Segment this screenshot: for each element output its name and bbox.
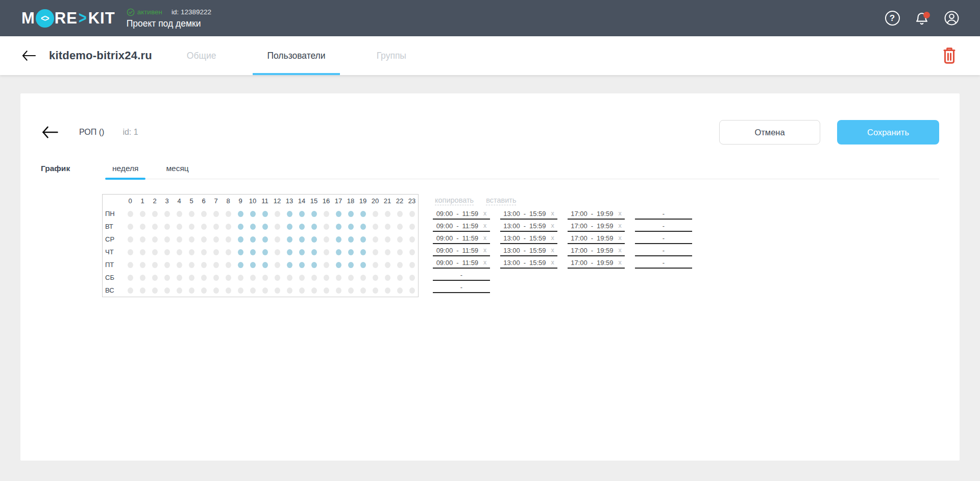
time-from[interactable]: 09:00 <box>436 259 453 267</box>
hour-dot[interactable] <box>360 262 366 268</box>
hour-dot[interactable] <box>360 287 366 294</box>
hour-dot[interactable] <box>275 249 280 255</box>
hour-dot[interactable] <box>140 287 145 294</box>
hour-dot[interactable] <box>201 224 207 230</box>
save-button[interactable]: Сохранить <box>837 120 939 145</box>
hour-dot[interactable] <box>336 262 341 268</box>
hour-dot[interactable] <box>201 275 207 281</box>
hour-dot[interactable] <box>152 287 158 294</box>
hour-dot[interactable] <box>409 262 415 268</box>
time-to[interactable]: 15:59 <box>529 247 546 254</box>
hour-dot[interactable] <box>299 236 305 243</box>
hour-dot[interactable] <box>373 224 378 230</box>
time-to[interactable]: 15:59 <box>529 222 546 230</box>
hour-dot[interactable] <box>164 211 170 217</box>
hour-dot[interactable] <box>213 262 219 268</box>
hour-dot[interactable] <box>226 236 231 243</box>
hour-dot[interactable] <box>164 224 170 230</box>
time-to[interactable]: 15:59 <box>529 210 546 218</box>
hour-dot[interactable] <box>299 211 305 217</box>
hour-dot[interactable] <box>348 287 354 294</box>
hour-dot[interactable] <box>226 275 231 281</box>
hour-dot[interactable] <box>262 249 268 255</box>
hour-dot[interactable] <box>152 262 158 268</box>
hour-dot[interactable] <box>201 262 207 268</box>
hour-dot[interactable] <box>226 211 231 217</box>
hour-dot[interactable] <box>238 275 243 281</box>
hour-dot[interactable] <box>324 262 329 268</box>
hour-dot[interactable] <box>385 249 390 255</box>
hour-dot[interactable] <box>140 262 145 268</box>
time-from[interactable]: 09:00 <box>436 234 453 242</box>
remove-slot-button[interactable]: x <box>551 234 554 242</box>
hour-dot[interactable] <box>201 211 207 217</box>
hour-dot[interactable] <box>189 211 194 217</box>
remove-slot-button[interactable]: x <box>483 210 486 217</box>
hour-dot[interactable] <box>177 211 182 217</box>
hour-dot[interactable] <box>164 249 170 255</box>
remove-slot-button[interactable]: x <box>483 222 486 229</box>
hour-dot[interactable] <box>128 262 133 268</box>
hour-dot[interactable] <box>128 249 133 255</box>
hour-dot[interactable] <box>201 287 207 294</box>
hour-dot[interactable] <box>262 275 268 281</box>
hour-dot[interactable] <box>409 249 415 255</box>
hour-dot[interactable] <box>262 287 268 294</box>
hour-dot[interactable] <box>373 287 378 294</box>
time-from[interactable]: 17:00 <box>571 247 587 254</box>
hour-dot[interactable] <box>226 287 231 294</box>
hour-dot[interactable] <box>385 224 390 230</box>
hour-dot[interactable] <box>287 262 292 268</box>
empty-slot[interactable]: - <box>433 282 490 293</box>
hour-dot[interactable] <box>213 275 219 281</box>
hour-dot[interactable] <box>250 224 256 230</box>
hour-dot[interactable] <box>385 262 390 268</box>
empty-slot[interactable]: - <box>635 221 692 232</box>
hour-dot[interactable] <box>299 249 305 255</box>
hour-dot[interactable] <box>238 249 243 255</box>
hour-dot[interactable] <box>348 211 354 217</box>
hour-dot[interactable] <box>275 275 280 281</box>
hour-dot[interactable] <box>226 249 231 255</box>
hour-dot[interactable] <box>397 236 403 243</box>
tab-obshchie[interactable]: Общие <box>169 36 234 75</box>
hour-dot[interactable] <box>373 275 378 281</box>
hour-dot[interactable] <box>348 275 354 281</box>
time-to[interactable]: 19:59 <box>597 259 614 267</box>
remove-slot-button[interactable]: x <box>619 247 622 254</box>
hour-dot[interactable] <box>177 224 182 230</box>
hour-dot[interactable] <box>140 211 145 217</box>
time-to[interactable]: 11:59 <box>462 247 479 254</box>
remove-slot-button[interactable]: x <box>551 247 554 254</box>
hour-dot[interactable] <box>336 287 341 294</box>
hour-dot[interactable] <box>287 275 292 281</box>
time-from[interactable]: 13:00 <box>503 210 520 218</box>
hour-dot[interactable] <box>409 224 415 230</box>
remove-slot-button[interactable]: x <box>551 222 554 229</box>
hour-dot[interactable] <box>311 224 317 230</box>
hour-dot[interactable] <box>385 275 390 281</box>
hour-dot[interactable] <box>238 224 243 230</box>
card-back-button[interactable] <box>41 125 60 139</box>
hour-dot[interactable] <box>201 236 207 243</box>
time-to[interactable]: 19:59 <box>597 247 614 254</box>
time-from[interactable]: 17:00 <box>571 234 587 242</box>
hour-dot[interactable] <box>287 287 292 294</box>
hour-dot[interactable] <box>409 275 415 281</box>
time-from[interactable]: 09:00 <box>436 222 453 230</box>
time-to[interactable]: 15:59 <box>529 234 546 242</box>
hour-dot[interactable] <box>275 211 280 217</box>
time-to[interactable]: 19:59 <box>597 210 614 218</box>
hour-dot[interactable] <box>128 287 133 294</box>
hour-dot[interactable] <box>275 262 280 268</box>
cancel-button[interactable]: Отмена <box>719 120 820 145</box>
hour-dot[interactable] <box>250 236 256 243</box>
hour-dot[interactable] <box>348 262 354 268</box>
hour-dot[interactable] <box>373 262 378 268</box>
hour-dot[interactable] <box>385 211 390 217</box>
remove-slot-button[interactable]: x <box>619 222 622 229</box>
hour-dot[interactable] <box>189 287 194 294</box>
back-button[interactable] <box>21 50 37 62</box>
hour-dot[interactable] <box>213 211 219 217</box>
hour-dot[interactable] <box>128 236 133 243</box>
